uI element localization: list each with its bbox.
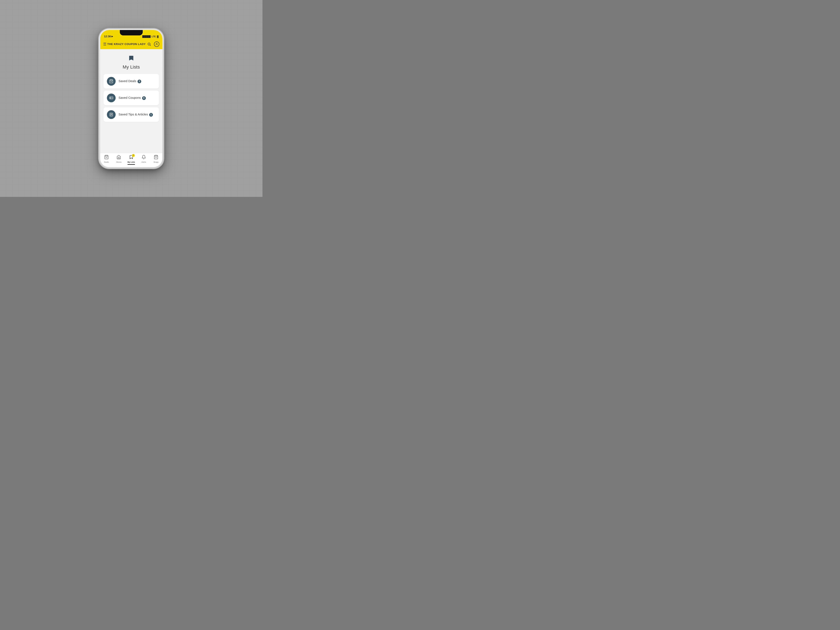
nav-item-alerts[interactable]: Alerts xyxy=(138,155,149,163)
nav-item-my-lists[interactable]: 7 My Lists xyxy=(126,155,137,163)
phone-outer-shell: 12:36 ▶ ▇▇▇▇ LTE ▓ ☰ THE KRAZY COUPON LA… xyxy=(99,29,164,168)
list-item-saved-deals[interactable]: Saved Deals3 xyxy=(104,74,159,88)
bottom-nav: Deals Stores 7 xyxy=(100,153,162,167)
saved-tips-badge: 1 xyxy=(149,113,153,117)
network-label: LTE xyxy=(152,35,156,38)
saved-tips-label: Saved Tips & Articles1 xyxy=(118,112,156,117)
phone-wrapper: 12:36 ▶ ▇▇▇▇ LTE ▓ ☰ THE KRAZY COUPON LA… xyxy=(99,29,164,168)
list-item-saved-coupons[interactable]: Saved Coupons8 xyxy=(104,91,159,105)
alerts-nav-icon xyxy=(142,155,146,160)
alerts-nav-label: Alerts xyxy=(141,161,146,163)
svg-point-0 xyxy=(148,43,150,45)
menu-icon[interactable]: ☰ xyxy=(103,42,106,46)
saved-coupons-label: Saved Coupons8 xyxy=(118,96,156,100)
svg-line-1 xyxy=(150,45,151,46)
signal-icon: ▇▇▇▇ xyxy=(142,35,151,38)
search-icon[interactable] xyxy=(147,41,152,47)
profile-avatar[interactable] xyxy=(154,41,159,47)
battery-icon: ▓ xyxy=(157,35,158,38)
saved-deals-label: Saved Deals3 xyxy=(118,79,156,83)
page-header: My Lists xyxy=(123,49,140,74)
my-lists-nav-icon: 7 xyxy=(129,155,134,160)
bookmark-icon xyxy=(128,55,134,63)
status-bar: 12:36 ▶ ▇▇▇▇ LTE ▓ xyxy=(100,30,162,39)
saved-deals-badge: 3 xyxy=(137,80,141,83)
svg-point-5 xyxy=(110,97,111,98)
stores-nav-label: Stores xyxy=(116,161,122,163)
deals-nav-icon xyxy=(104,155,109,160)
brags-nav-label: Brags xyxy=(153,161,158,163)
my-lists-nav-label: My Lists xyxy=(128,161,135,163)
location-icon: ▶ xyxy=(112,35,113,38)
page-title: My Lists xyxy=(123,65,140,70)
phone-screen: 12:36 ▶ ▇▇▇▇ LTE ▓ ☰ THE KRAZY COUPON LA… xyxy=(100,30,162,167)
list-item-saved-tips[interactable]: Saved Tips & Articles1 xyxy=(104,107,159,122)
svg-point-6 xyxy=(110,98,111,98)
clock: 12:36 xyxy=(104,35,111,38)
saved-deals-icon xyxy=(107,77,115,85)
nav-item-brags[interactable]: Brags xyxy=(151,155,161,163)
stores-nav-icon xyxy=(117,155,121,160)
app-content: My Lists Saved Deals3 xyxy=(100,49,162,153)
nav-item-stores[interactable]: Stores xyxy=(113,155,124,163)
header-right-icons xyxy=(147,41,159,47)
my-lists-nav-badge: 7 xyxy=(132,154,135,157)
brags-nav-icon xyxy=(154,155,158,160)
deals-nav-label: Deals xyxy=(104,161,109,163)
saved-tips-icon xyxy=(107,110,115,119)
app-header: ☰ THE KRAZY COUPON LADY xyxy=(100,39,162,49)
status-icons: ▇▇▇▇ LTE ▓ xyxy=(142,35,158,38)
list-container: Saved Deals3 xyxy=(100,74,162,124)
phone-notch xyxy=(120,30,143,35)
header-title: THE KRAZY COUPON LADY xyxy=(107,43,145,46)
svg-point-2 xyxy=(156,43,157,44)
status-time: 12:36 ▶ xyxy=(104,35,113,38)
saved-coupons-icon xyxy=(107,93,115,102)
nav-item-deals[interactable]: Deals xyxy=(101,155,112,163)
saved-coupons-badge: 8 xyxy=(142,96,146,100)
